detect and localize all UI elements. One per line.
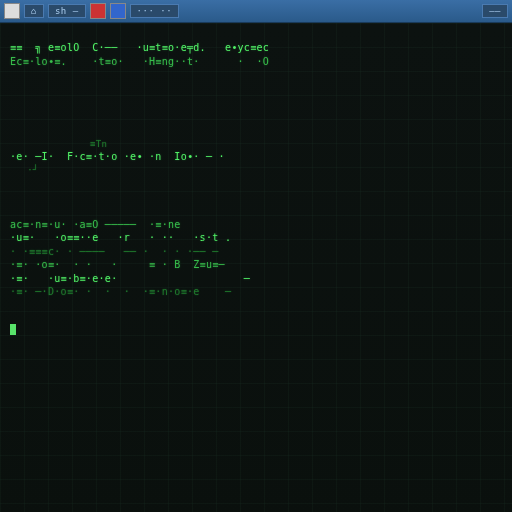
titlebar-seg-4: ——: [482, 4, 508, 18]
term-line: ac≡·n≡·u· ·a≡O ───── ·≡·ne: [10, 218, 502, 232]
term-label: ≡Tn: [10, 138, 502, 150]
titlebar-seg-3: ··· ··: [130, 4, 180, 18]
term-line: ≡≡ ╗ e≡olO C·── ·u≡t≡o·e╤d. e∙yc≡ec: [10, 41, 502, 55]
term-line: ·u≡· ·o≡≡··e ·r · ·· ·s·t .: [10, 231, 502, 245]
term-line: ·┘: [10, 164, 502, 176]
term-line: ·≡· ─·D·o≡· · · · ·≡·n·o≡·e ─: [10, 285, 502, 299]
cursor: [10, 324, 16, 335]
output-block-3: ac≡·n≡·u· ·a≡O ───── ·≡·ne ·u≡· ·o≡≡··e …: [10, 218, 502, 299]
titlebar-seg-2: sh —: [48, 4, 86, 18]
terminal-viewport[interactable]: ≡≡ ╗ e≡olO C·── ·u≡t≡o·e╤d. e∙yc≡ec Ec≡·…: [0, 23, 512, 512]
output-block-2: ·e· ─I· F·c≡·t·o ·e∙ ·n Io∙· ─ · ·┘: [10, 150, 502, 176]
sys-button[interactable]: [4, 3, 20, 19]
term-line: Ec≡·lo∙≡. ·t≡o· ·H≡ng··t· · ·O: [10, 55, 502, 69]
close-button[interactable]: [90, 3, 106, 19]
min-button[interactable]: [110, 3, 126, 19]
term-line: · ·≡≡≡c· · ──── ── · · · ·── ─: [10, 245, 502, 259]
term-line: ·≡· ·o≡· · · · ≡ · B Z≡u≡─: [10, 258, 502, 272]
term-line: ·≡· ·u≡·b≡·e·e· ─: [10, 272, 502, 286]
window-titlebar: ⌂ sh — ··· ·· ——: [0, 0, 512, 23]
titlebar-seg-1: ⌂: [24, 4, 44, 18]
output-block-1: ≡≡ ╗ e≡olO C·── ·u≡t≡o·e╤d. e∙yc≡ec Ec≡·…: [10, 41, 502, 68]
term-line: ·e· ─I· F·c≡·t·o ·e∙ ·n Io∙· ─ ·: [10, 150, 502, 164]
